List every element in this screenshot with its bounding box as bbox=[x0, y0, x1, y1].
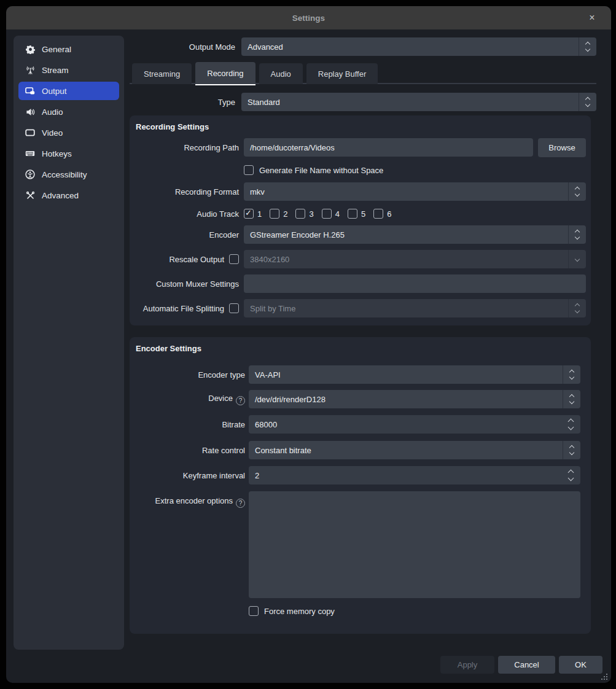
type-label: Type bbox=[130, 98, 235, 107]
generate-no-space-checkbox[interactable] bbox=[244, 165, 254, 175]
file-splitting-checkbox[interactable] bbox=[229, 303, 239, 313]
tab-streaming[interactable]: Streaming bbox=[132, 63, 192, 84]
bitrate-spinner[interactable]: 68000 bbox=[249, 415, 580, 434]
close-icon[interactable]: × bbox=[583, 6, 601, 29]
audio-track-5-label: 5 bbox=[361, 209, 365, 219]
sidebar-item-hotkeys[interactable]: Hotkeys bbox=[18, 144, 119, 163]
sidebar-item-label: General bbox=[42, 45, 71, 54]
audio-track-row: Audio Track 1 2 3 4 5 6 bbox=[136, 209, 586, 219]
device-row: Device? /dev/dri/renderD128 bbox=[136, 390, 580, 408]
sidebar-item-stream[interactable]: Stream bbox=[18, 61, 119, 79]
accessibility-icon bbox=[25, 169, 35, 179]
type-select[interactable]: Standard bbox=[241, 93, 596, 111]
rescale-output-label: Rescale Output bbox=[169, 255, 224, 264]
encoder-type-select[interactable]: VA-API bbox=[249, 365, 580, 384]
audio-track-1-checkbox[interactable] bbox=[244, 209, 254, 219]
custom-muxer-row: Custom Muxer Settings bbox=[136, 274, 586, 293]
recording-path-row: Recording Path Browse bbox=[136, 138, 586, 157]
chevron-updown-icon bbox=[563, 441, 580, 459]
help-icon[interactable]: ? bbox=[236, 396, 245, 405]
encoder-type-label: Encoder type bbox=[136, 370, 245, 380]
sidebar-item-video[interactable]: Video bbox=[18, 123, 119, 142]
encoder-select[interactable]: GStreamer Encoder H.265 bbox=[244, 225, 586, 244]
titlebar: Settings × bbox=[6, 6, 611, 29]
sidebar-item-advanced[interactable]: Advanced bbox=[18, 186, 119, 204]
sidebar-item-accessibility[interactable]: Accessibility bbox=[18, 165, 119, 184]
help-icon[interactable]: ? bbox=[236, 499, 245, 508]
chevron-updown-icon bbox=[563, 365, 580, 384]
type-value: Standard bbox=[248, 98, 280, 107]
file-splitting-value: Split by Time bbox=[250, 304, 295, 313]
dialog-footer: Apply Cancel OK bbox=[440, 656, 602, 674]
sidebar-item-label: Audio bbox=[42, 107, 63, 117]
audio-track-label: Audio Track bbox=[136, 209, 239, 219]
recording-format-value: mkv bbox=[250, 187, 265, 197]
custom-muxer-input[interactable] bbox=[244, 274, 586, 293]
recording-path-input[interactable] bbox=[244, 138, 533, 157]
extra-options-textarea[interactable] bbox=[249, 491, 580, 598]
encoder-row: Encoder GStreamer Encoder H.265 bbox=[136, 225, 586, 244]
recording-format-select[interactable]: mkv bbox=[244, 182, 586, 201]
sidebar-item-label: Accessibility bbox=[42, 170, 87, 179]
audio-track-2-checkbox[interactable] bbox=[270, 209, 279, 219]
resize-grip[interactable] bbox=[601, 674, 609, 681]
settings-window: Settings × General Stream Output Audio V… bbox=[6, 6, 611, 683]
device-label: Device? bbox=[136, 394, 245, 405]
cancel-button[interactable]: Cancel bbox=[498, 656, 555, 674]
file-splitting-label: Automatic File Splitting bbox=[143, 304, 224, 313]
type-row: Type Standard bbox=[130, 93, 596, 111]
bitrate-value: 68000 bbox=[255, 420, 277, 429]
output-mode-value: Advanced bbox=[248, 42, 283, 52]
sidebar-item-audio[interactable]: Audio bbox=[18, 103, 119, 121]
keyframe-interval-row: Keyframe interval 2 bbox=[136, 466, 580, 485]
device-select[interactable]: /dev/dri/renderD128 bbox=[249, 390, 580, 408]
sidebar-item-output[interactable]: Output bbox=[18, 82, 119, 100]
audio-track-3-label: 3 bbox=[309, 209, 313, 219]
custom-muxer-label: Custom Muxer Settings bbox=[136, 279, 239, 289]
extra-options-row: Extra encoder options? bbox=[136, 491, 580, 598]
encoder-type-row: Encoder type VA-API bbox=[136, 365, 580, 384]
chevron-updown-icon bbox=[568, 299, 586, 317]
browse-button[interactable]: Browse bbox=[538, 138, 586, 157]
tab-recording[interactable]: Recording bbox=[195, 62, 255, 84]
device-value: /dev/dri/renderD128 bbox=[255, 395, 326, 404]
audio-track-2-label: 2 bbox=[283, 209, 287, 219]
rescale-resolution-select[interactable]: 3840x2160 bbox=[244, 250, 586, 268]
keyframe-interval-value: 2 bbox=[255, 471, 259, 480]
audio-track-6-label: 6 bbox=[387, 209, 391, 219]
chevron-updown-icon bbox=[568, 182, 586, 201]
encoder-label: Encoder bbox=[136, 230, 239, 239]
chevron-updown-icon bbox=[568, 225, 586, 244]
spin-down-icon[interactable] bbox=[568, 475, 574, 481]
output-mode-label: Output Mode bbox=[130, 42, 235, 52]
audio-track-3-checkbox[interactable] bbox=[295, 209, 305, 219]
rate-control-label: Rate control bbox=[136, 446, 245, 455]
tab-replay-buffer[interactable]: Replay Buffer bbox=[306, 63, 378, 84]
rescale-output-checkbox[interactable] bbox=[229, 254, 239, 264]
file-splitting-select[interactable]: Split by Time bbox=[244, 299, 586, 317]
tab-audio[interactable]: Audio bbox=[259, 63, 303, 84]
generate-no-space-row: Generate File Name without Space bbox=[136, 165, 586, 175]
tools-icon bbox=[25, 190, 35, 200]
chevron-down-icon bbox=[568, 250, 586, 268]
sidebar-item-general[interactable]: General bbox=[18, 40, 119, 58]
ok-button[interactable]: OK bbox=[559, 656, 602, 674]
force-memory-copy-checkbox[interactable] bbox=[249, 606, 259, 616]
rate-control-select[interactable]: Constant bitrate bbox=[249, 441, 580, 459]
keyframe-interval-label: Keyframe interval bbox=[136, 471, 245, 480]
spin-down-icon[interactable] bbox=[568, 424, 574, 430]
encoder-settings-panel: Encoder Settings Encoder type VA-API Dev… bbox=[130, 337, 591, 634]
audio-track-4-checkbox[interactable] bbox=[322, 209, 332, 219]
bitrate-label: Bitrate bbox=[136, 420, 245, 429]
gear-icon bbox=[25, 44, 35, 54]
chevron-updown-icon bbox=[563, 390, 580, 408]
output-mode-select[interactable]: Advanced bbox=[241, 37, 596, 56]
keyframe-interval-spinner[interactable]: 2 bbox=[249, 466, 580, 485]
audio-track-4-label: 4 bbox=[335, 209, 340, 219]
main-content: Output Mode Advanced Streaming Recording… bbox=[130, 37, 596, 634]
sidebar-item-label: Output bbox=[42, 87, 67, 96]
audio-track-5-checkbox[interactable] bbox=[348, 209, 357, 219]
audio-track-6-checkbox[interactable] bbox=[373, 209, 383, 219]
apply-button[interactable]: Apply bbox=[440, 656, 494, 674]
monitor-icon bbox=[25, 128, 35, 138]
